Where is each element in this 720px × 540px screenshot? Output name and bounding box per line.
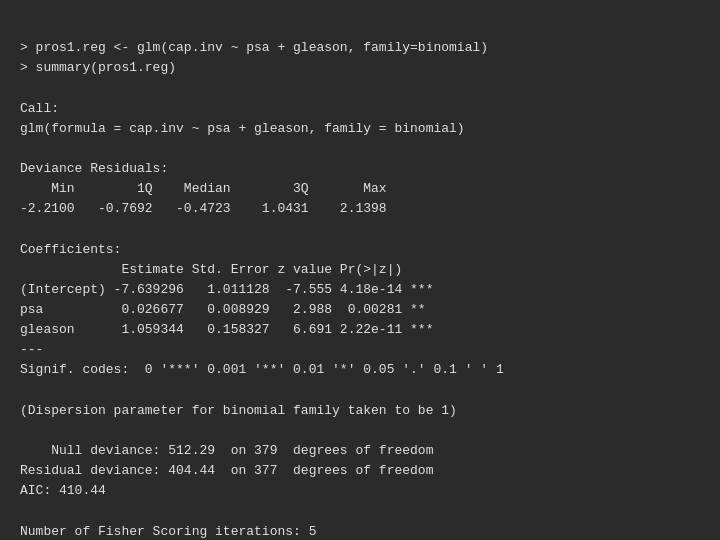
console-line-15: --- — [20, 340, 700, 360]
console-line-17 — [20, 381, 700, 401]
console-line-3: Call: — [20, 99, 700, 119]
console-line-1: > summary(pros1.reg) — [20, 58, 700, 78]
console-line-23 — [20, 501, 700, 521]
console-line-16: Signif. codes: 0 '***' 0.001 '**' 0.01 '… — [20, 360, 700, 380]
console-line-0: > pros1.reg <- glm(cap.inv ~ psa + gleas… — [20, 38, 700, 58]
console-line-24: Number of Fisher Scoring iterations: 5 — [20, 522, 700, 540]
console-line-5 — [20, 139, 700, 159]
console-line-22: AIC: 410.44 — [20, 481, 700, 501]
console-line-13: psa 0.026677 0.008929 2.988 0.00281 ** — [20, 300, 700, 320]
console-line-21: Residual deviance: 404.44 on 377 degrees… — [20, 461, 700, 481]
console-line-18: (Dispersion parameter for binomial famil… — [20, 401, 700, 421]
console-output: > pros1.reg <- glm(cap.inv ~ psa + gleas… — [0, 0, 720, 540]
console-line-9 — [20, 219, 700, 239]
console-line-11: Estimate Std. Error z value Pr(>|z|) — [20, 260, 700, 280]
console-line-19 — [20, 421, 700, 441]
console-line-10: Coefficients: — [20, 240, 700, 260]
console-line-4: glm(formula = cap.inv ~ psa + gleason, f… — [20, 119, 700, 139]
console-line-8: -2.2100 -0.7692 -0.4723 1.0431 2.1398 — [20, 199, 700, 219]
console-line-2 — [20, 78, 700, 98]
console-line-7: Min 1Q Median 3Q Max — [20, 179, 700, 199]
console-line-20: Null deviance: 512.29 on 379 degrees of … — [20, 441, 700, 461]
console-line-12: (Intercept) -7.639296 1.011128 -7.555 4.… — [20, 280, 700, 300]
console-line-14: gleason 1.059344 0.158327 6.691 2.22e-11… — [20, 320, 700, 340]
console-line-6: Deviance Residuals: — [20, 159, 700, 179]
